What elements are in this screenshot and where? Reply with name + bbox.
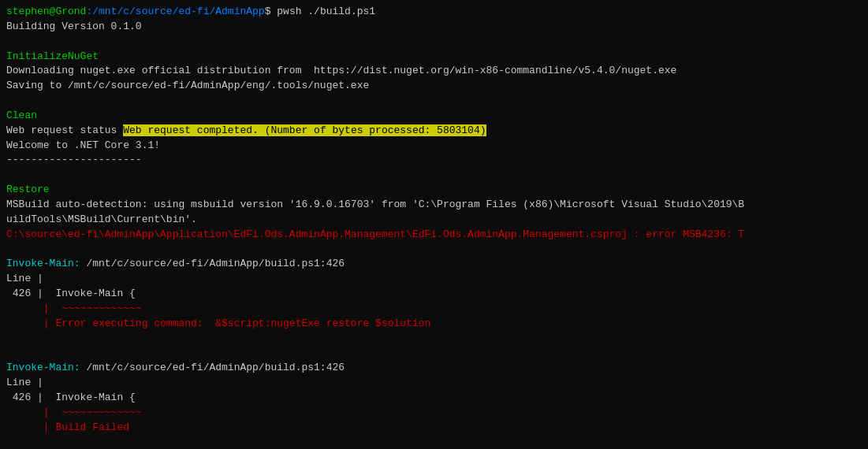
invoke-main-path: /mnt/c/source/ed-fi/AdminApp/build.ps1:4…	[80, 362, 345, 373]
terminal-line-blank5	[6, 332, 862, 347]
terminal-line-error-executing-1: | Error executing command: &$script:nuge…	[6, 317, 862, 332]
terminal-line-blank4	[6, 243, 862, 258]
terminal-line-invoke-main-1: Invoke-Main: /mnt/c/source/ed-fi/AdminAp…	[6, 257, 862, 272]
terminal-line-dashes-line: ----------------------	[6, 153, 862, 168]
terminal-line-squiggle-1: | ~~~~~~~~~~~~~	[6, 302, 862, 317]
terminal-line-msbuild-line: MSBuild auto-detection: using msbuild ve…	[6, 198, 862, 213]
section-label: Clean	[6, 109, 37, 121]
terminal-line-clean-label: Clean	[6, 109, 862, 124]
prompt-path: :/mnt/c/source/ed-fi/AdminApp	[86, 6, 264, 17]
terminal-line-blank6	[6, 346, 862, 361]
prompt-cmd: $ pwsh ./build.ps1	[265, 6, 375, 17]
squiggle-text: | ~~~~~~~~~~~~~	[6, 302, 142, 314]
terminal-line-building-line: Building Version 0.1.0	[6, 20, 862, 35]
terminal-line-build-failed: | Build Failed	[6, 421, 862, 436]
build-failed-text: | Build Failed	[6, 421, 129, 433]
terminal-line-init-nuget-label: InitializeNuGet	[6, 50, 862, 65]
invoke-main-label: Invoke-Main:	[6, 362, 80, 373]
error-executing-text: | Error executing command: &$script:nuge…	[6, 317, 430, 329]
terminal-line-dotnet-line: Welcome to .NET Core 3.1!	[6, 139, 862, 154]
terminal-line-line-label-2: Line |	[6, 376, 862, 391]
prompt-user: stephen@Grond	[6, 6, 86, 17]
terminal-line-line-426-2: 426 | Invoke-Main {	[6, 391, 862, 406]
terminal: stephen@Grond:/mnt/c/source/ed-fi/AdminA…	[0, 0, 868, 449]
terminal-line-squiggle-2: | ~~~~~~~~~~~~~	[6, 406, 862, 421]
terminal-line-line-426-1: 426 | Invoke-Main {	[6, 287, 862, 302]
web-request-highlight: Web request completed. (Number of bytes …	[123, 124, 486, 136]
terminal-line-msbuild-line2: uildTools\MSBuild\Current\bin'.	[6, 213, 862, 228]
terminal-line-web-request-line: Web request status Web request completed…	[6, 124, 862, 139]
error-path-text: C:\source\ed-fi\AdminApp\Application\EdF…	[6, 228, 744, 240]
section-label: InitializeNuGet	[6, 50, 99, 62]
web-request-label: Web request status	[6, 124, 123, 136]
squiggle-text: | ~~~~~~~~~~~~~	[6, 406, 142, 418]
terminal-line-downloading-line: Downloading nuget.exe official distribut…	[6, 64, 862, 79]
terminal-line-prompt-line: stephen@Grond:/mnt/c/source/ed-fi/AdminA…	[6, 5, 862, 20]
terminal-line-line-label-1: Line |	[6, 272, 862, 287]
invoke-main-path: /mnt/c/source/ed-fi/AdminApp/build.ps1:4…	[80, 258, 345, 269]
section-label: Restore	[6, 184, 50, 195]
terminal-line-blank1	[6, 35, 862, 50]
invoke-main-label: Invoke-Main:	[6, 258, 80, 269]
terminal-line-invoke-main-2: Invoke-Main: /mnt/c/source/ed-fi/AdminAp…	[6, 361, 862, 376]
terminal-line-saving-line: Saving to /mnt/c/source/ed-fi/AdminApp/e…	[6, 79, 862, 94]
terminal-line-error-path-line: C:\source\ed-fi\AdminApp\Application\EdF…	[6, 228, 862, 243]
terminal-line-blank3	[6, 168, 862, 183]
terminal-line-restore-label: Restore	[6, 183, 862, 198]
terminal-line-blank2	[6, 94, 862, 109]
